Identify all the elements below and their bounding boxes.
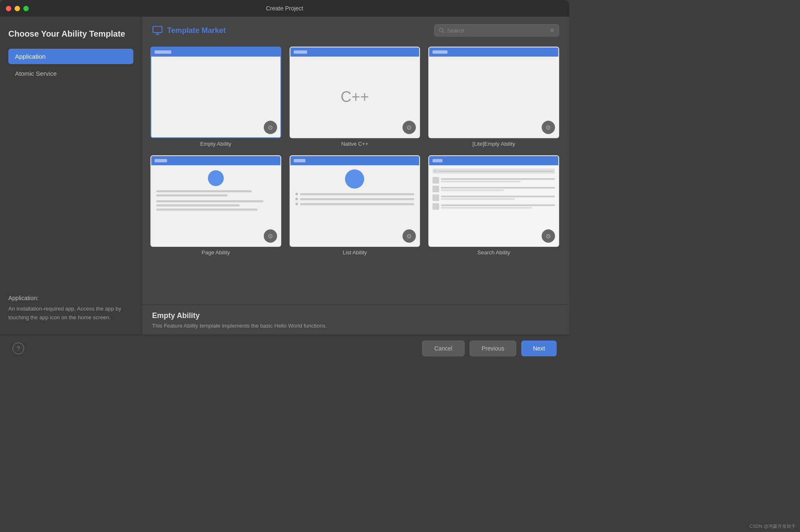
main-container: Choose Your Ability Template Application… xyxy=(0,17,569,335)
preview-line-5 xyxy=(156,209,258,211)
search-input[interactable] xyxy=(447,27,547,34)
preview-body-page: ⊙ xyxy=(151,165,280,246)
preview-body-empty xyxy=(151,57,280,137)
preview-q-line xyxy=(438,171,553,172)
list-line-3 xyxy=(300,203,415,205)
help-button[interactable]: ? xyxy=(12,343,24,354)
item-line-2a xyxy=(441,187,555,189)
maximize-button[interactable] xyxy=(23,6,29,11)
item-lines-4 xyxy=(441,204,555,209)
close-button[interactable] xyxy=(6,6,11,11)
sidebar-desc-title: Application: xyxy=(8,295,133,301)
template-label-empty-ability: Empty Ability xyxy=(200,141,231,147)
list-row-1 xyxy=(295,193,415,195)
template-preview-list-ability[interactable]: ⊙ xyxy=(290,155,420,247)
previous-button[interactable]: Previous xyxy=(470,341,516,356)
template-card-search-ability[interactable]: ⊙ Search Ability xyxy=(428,155,559,256)
sidebar-desc-text: An installation-required app. Access the… xyxy=(8,305,133,322)
template-preview-native-cpp[interactable]: C++ ⊙ xyxy=(290,47,420,138)
item-rect-3 xyxy=(432,194,439,201)
window-controls xyxy=(6,6,29,11)
template-label-lite-empty: [Lite]Empty Ability xyxy=(472,141,515,147)
preview-body-cpp: C++ ⊙ xyxy=(290,57,420,137)
template-card-empty-ability[interactable]: ⊙ Empty Ability xyxy=(150,47,281,147)
search-item-4 xyxy=(432,203,555,210)
item-lines-1 xyxy=(441,178,555,182)
preview-bar-page xyxy=(155,159,167,162)
badge-nodes-icon-5: ⊙ xyxy=(407,233,412,239)
preview-header-cpp xyxy=(290,47,420,57)
preview-bar-cpp xyxy=(294,50,307,54)
search-item-3 xyxy=(432,194,555,201)
item-rect-1 xyxy=(432,177,439,184)
template-preview-page-ability[interactable]: ⊙ xyxy=(150,155,281,247)
preview-searchbar xyxy=(432,169,555,174)
content-header: Template Market ✕ xyxy=(142,17,569,42)
template-badge-4: ⊙ xyxy=(264,229,277,243)
preview-q-icon xyxy=(434,170,437,172)
template-card-native-cpp[interactable]: C++ ⊙ Native C++ xyxy=(290,47,420,147)
preview-header-page xyxy=(151,156,280,165)
template-preview-search-ability[interactable]: ⊙ xyxy=(428,155,559,247)
template-card-page-ability[interactable]: ⊙ Page Ability xyxy=(150,155,281,256)
preview-header xyxy=(151,47,280,57)
search-clear-button[interactable]: ✕ xyxy=(550,27,555,34)
badge-nodes-icon-4: ⊙ xyxy=(268,233,273,239)
template-grid: ⊙ Empty Ability C++ ⊙ xyxy=(150,47,561,256)
sidebar: Choose Your Ability Template Application… xyxy=(0,17,142,335)
cancel-button[interactable]: Cancel xyxy=(422,341,465,356)
template-badge-6: ⊙ xyxy=(542,229,555,243)
preview-line-2 xyxy=(156,194,228,196)
sidebar-item-application[interactable]: Application xyxy=(8,49,133,64)
preview-header-list xyxy=(290,156,420,165)
template-card-lite-empty[interactable]: ⊙ [Lite]Empty Ability xyxy=(428,47,559,147)
selected-template-desc: This Feature Ability template implements… xyxy=(152,323,559,329)
minimize-button[interactable] xyxy=(15,6,20,11)
preview-search-list xyxy=(432,177,555,210)
item-line-1b xyxy=(441,181,521,182)
item-line-3b xyxy=(441,198,515,200)
next-button[interactable]: Next xyxy=(521,341,557,356)
svg-rect-0 xyxy=(153,26,162,32)
titlebar: Create Project xyxy=(0,0,569,17)
item-line-4b xyxy=(441,207,532,209)
preview-bar-1 xyxy=(155,50,171,54)
sidebar-item-atomic-service[interactable]: Atomic Service xyxy=(8,66,133,81)
preview-bar-search xyxy=(432,159,442,162)
preview-bar-lite xyxy=(432,50,448,54)
template-badge-2: ⊙ xyxy=(402,121,416,134)
template-preview-empty-ability[interactable]: ⊙ xyxy=(150,47,281,138)
dot-3 xyxy=(295,203,298,205)
preview-list-lines xyxy=(295,193,415,205)
preview-avatar-list xyxy=(345,169,364,189)
search-box[interactable]: ✕ xyxy=(434,24,559,37)
window-title: Create Project xyxy=(266,5,303,12)
template-label-page-ability: Page Ability xyxy=(202,249,230,256)
template-label-native-cpp: Native C++ xyxy=(341,141,368,147)
preview-body-list: ⊙ xyxy=(290,165,420,246)
dot-1 xyxy=(295,193,298,195)
market-title: Template Market xyxy=(167,26,226,35)
template-card-list-ability[interactable]: ⊙ List Ability xyxy=(290,155,420,256)
item-line-4a xyxy=(441,204,555,206)
list-row-3 xyxy=(295,203,415,205)
item-line-2b xyxy=(441,189,504,191)
item-rect-2 xyxy=(432,186,439,192)
template-badge-1: ⊙ xyxy=(264,121,277,134)
template-grid-container[interactable]: ⊙ Empty Ability C++ ⊙ xyxy=(142,42,569,304)
preview-header-lite xyxy=(429,47,558,57)
badge-nodes-icon: ⊙ xyxy=(268,124,273,131)
header-left: Template Market xyxy=(152,25,226,36)
dot-2 xyxy=(295,198,298,200)
content-area: Template Market ✕ xyxy=(142,17,569,335)
preview-text-lines xyxy=(156,190,275,211)
item-lines-3 xyxy=(441,196,555,200)
footer-buttons: Cancel Previous Next xyxy=(422,341,557,356)
market-icon xyxy=(152,25,163,36)
preview-line-3 xyxy=(156,200,263,202)
preview-body-search: ⊙ xyxy=(429,165,558,246)
template-preview-lite-empty[interactable]: ⊙ xyxy=(428,47,559,138)
list-line-2 xyxy=(300,198,415,200)
template-label-list-ability: List Ability xyxy=(343,249,367,256)
item-rect-4 xyxy=(432,203,439,210)
